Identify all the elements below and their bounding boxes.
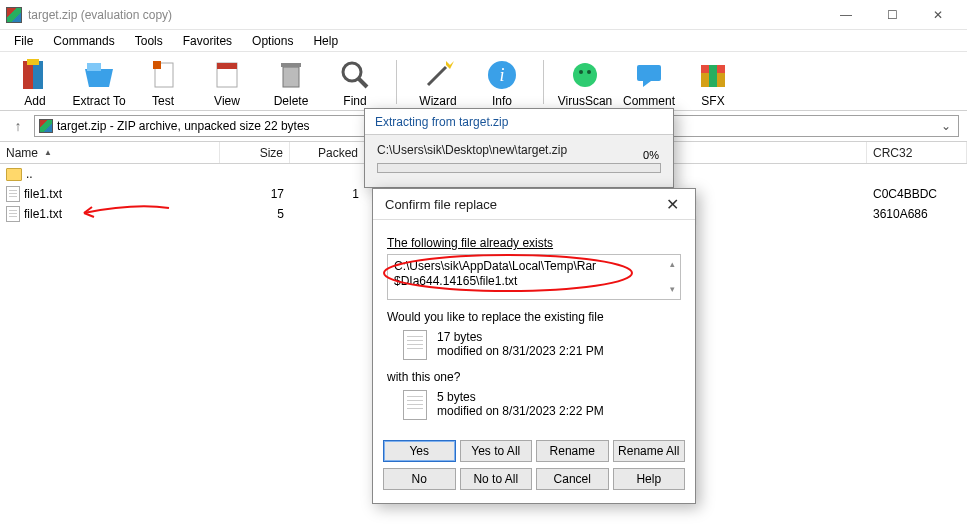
toolbar-test-label: Test [152,94,174,108]
svg-rect-23 [709,65,717,87]
file-icon [403,330,427,360]
yes-all-button[interactable]: Yes to All [460,440,533,462]
extract-progress-dialog: Extracting from target.zip C:\Users\sik\… [364,108,674,188]
existing-file-path-box: C:\Users\sik\AppData\Local\Temp\Rar $DIa… [387,254,681,300]
new-modified: modified on 8/31/2023 2:22 PM [437,404,604,418]
toolbar-view[interactable]: View [200,56,254,108]
svg-rect-0 [23,61,33,89]
svg-rect-1 [33,61,43,89]
column-name[interactable]: Name▲ [0,142,220,163]
window-title: target.zip (evaluation copy) [28,8,172,22]
no-button[interactable]: No [383,468,456,490]
svg-marker-20 [643,81,651,87]
menu-help[interactable]: Help [303,34,348,48]
toolbar-extract[interactable]: Extract To [72,56,126,108]
toolbar-find[interactable]: Find [328,56,382,108]
toolbar-sfx[interactable]: SFX [686,56,740,108]
toolbar-find-label: Find [343,94,366,108]
toolbar-comment-label: Comment [623,94,675,108]
svg-rect-2 [27,59,39,65]
extract-percent: 0% [643,149,659,161]
toolbar-delete[interactable]: Delete [264,56,318,108]
toolbar-view-label: View [214,94,240,108]
svg-marker-13 [446,61,454,69]
svg-rect-7 [217,63,237,69]
menubar: File Commands Tools Favorites Options He… [0,30,967,52]
column-size[interactable]: Size [220,142,290,163]
svg-text:i: i [499,65,504,85]
replace-question: Would you like to replace the existing f… [387,310,681,324]
toolbar-add[interactable]: Add [8,56,62,108]
extract-dialog-title: Extracting from target.zip [365,109,673,135]
toolbar-extract-label: Extract To [72,94,125,108]
window-titlebar: target.zip (evaluation copy) — ☐ ✕ [0,0,967,30]
close-icon[interactable]: ✕ [662,195,683,214]
column-crc[interactable]: CRC32 [867,142,967,163]
path-text: target.zip - ZIP archive, unpacked size … [57,119,310,133]
svg-rect-19 [637,65,661,81]
with-label: with this one? [387,370,681,384]
svg-line-12 [428,67,446,85]
toolbar-comment[interactable]: Comment [622,56,676,108]
scrollbar[interactable]: ▴▾ [666,257,678,297]
svg-line-11 [358,78,367,87]
yes-button[interactable]: Yes [383,440,456,462]
menu-favorites[interactable]: Favorites [173,34,242,48]
menu-tools[interactable]: Tools [125,34,173,48]
exists-label: The following file already exists [387,236,681,250]
toolbar-info-label: Info [492,94,512,108]
toolbar: Add Extract To Test View Delete Find Wiz… [0,52,967,111]
toolbar-delete-label: Delete [274,94,309,108]
toolbar-info[interactable]: i Info [475,56,529,108]
confirm-replace-dialog: Confirm file replace ✕ The following fil… [372,188,696,504]
file-icon [6,186,20,202]
existing-modified: modified on 8/31/2023 2:21 PM [437,344,604,358]
minimize-button[interactable]: — [823,0,869,30]
menu-commands[interactable]: Commands [43,34,124,48]
cancel-button[interactable]: Cancel [536,468,609,490]
new-size: 5 bytes [437,390,604,404]
sort-asc-icon: ▲ [44,148,52,157]
toolbar-virusscan[interactable]: VirusScan [558,56,612,108]
archive-icon [39,119,53,133]
svg-point-17 [579,70,583,74]
extract-path: C:\Users\sik\Desktop\new\target.zip [377,143,661,157]
toolbar-sfx-label: SFX [701,94,724,108]
maximize-button[interactable]: ☐ [869,0,915,30]
toolbar-wizard-label: Wizard [419,94,456,108]
no-all-button[interactable]: No to All [460,468,533,490]
menu-file[interactable]: File [4,34,43,48]
folder-up-icon [6,168,22,181]
rename-all-button[interactable]: Rename All [613,440,686,462]
file-icon [6,206,20,222]
path-dropdown-icon[interactable]: ⌄ [938,119,954,133]
svg-rect-9 [281,63,301,67]
svg-rect-8 [283,67,299,87]
column-packed[interactable]: Packed [290,142,365,163]
app-icon [6,7,22,23]
svg-point-16 [573,63,597,87]
menu-options[interactable]: Options [242,34,303,48]
up-button[interactable]: ↑ [8,118,28,134]
toolbar-wizard[interactable]: Wizard [411,56,465,108]
toolbar-test[interactable]: Test [136,56,190,108]
toolbar-add-label: Add [24,94,45,108]
progress-bar [377,163,661,173]
svg-rect-5 [153,61,161,69]
svg-point-18 [587,70,591,74]
help-button[interactable]: Help [613,468,686,490]
svg-rect-3 [87,63,101,71]
toolbar-virusscan-label: VirusScan [558,94,612,108]
existing-size: 17 bytes [437,330,604,344]
confirm-dialog-title: Confirm file replace [385,197,497,212]
rename-button[interactable]: Rename [536,440,609,462]
file-icon [403,390,427,420]
close-button[interactable]: ✕ [915,0,961,30]
